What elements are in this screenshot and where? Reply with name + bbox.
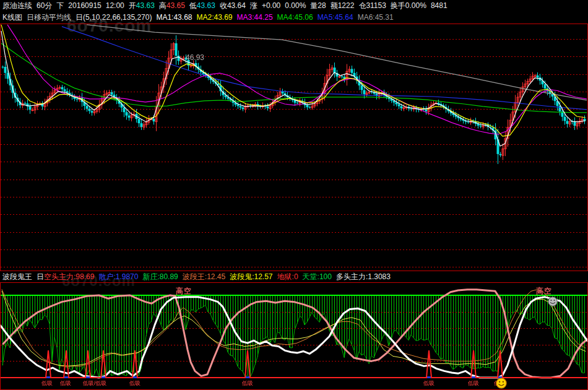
title-bar-seg-24: 8481	[431, 1, 447, 10]
title-bar-seg-22: 换手	[391, 1, 405, 10]
ma-legend-bar-seg-1: 日移动平均线	[27, 13, 71, 22]
main-chart-panel: 46.93	[0, 24, 588, 271]
indicator-chart-canvas[interactable]	[1, 283, 587, 389]
indicator-legend-bar-seg-4: 新庄:80.89	[142, 272, 178, 281]
yellow-smiley-icon	[496, 378, 507, 390]
indicator-legend-bar-seg-1: 日	[37, 272, 44, 281]
ma-legend-bar-seg-6: MA4:45.06	[277, 13, 313, 22]
title-bar-seg-20: 仓	[358, 1, 366, 10]
indicator-legend-bar-seg-6: 波段鬼:12.57	[230, 272, 272, 281]
title-bar-seg-17: 28	[318, 1, 326, 10]
ma-legend-bar-seg-3: MA1:43.68	[156, 13, 192, 22]
indicator-chart-panel: 高空高空低吸低吸低吸/低吸低吸低吸低吸低吸低吸	[0, 282, 588, 390]
title-bar-seg-9: 低	[189, 1, 197, 10]
indicator-legend-bar-seg-8: 天堂:100	[303, 272, 332, 281]
ma-legend-bar-seg-5: MA3:44.25	[237, 13, 273, 22]
indicator-legend-bar-seg-3: 散户:1.9870	[98, 272, 138, 281]
title-bar-seg-12: 43.64	[227, 1, 246, 10]
ma-legend-bar-seg-2: 日(5,10,22,66,135,270)	[76, 13, 152, 22]
kline-chart-canvas[interactable]	[1, 24, 587, 271]
gray-smiley-icon	[548, 297, 558, 309]
title-bar-seg-0: 原油连续	[2, 1, 32, 10]
title-bar-seg-15: 0.00%	[285, 1, 306, 10]
title-bar-seg-10: 43.63	[197, 1, 215, 10]
title-bar-seg-4: 12:00	[106, 1, 124, 10]
ma-legend-bar-seg-0: K线图	[2, 13, 22, 22]
title-bar-seg-1: 60分	[37, 1, 52, 10]
title-bar-seg-16: 量	[310, 1, 318, 10]
title-bar-seg-3: 20160915	[68, 1, 101, 10]
indicator-legend-bar-seg-5: 波段王:12.45	[183, 272, 225, 281]
title-bar-seg-11: 收	[220, 1, 227, 10]
indicator-legend-bar-seg-7: 地狱:0	[277, 272, 298, 281]
ma-legend-bar: K线图日移动平均线日(5,10,22,66,135,270)MA1:43.68M…	[0, 12, 588, 24]
title-bar: 原油连续60分下2016091512:00开43.63高43.65低43.63收…	[0, 0, 588, 12]
title-bar-seg-13: 涨	[250, 1, 257, 10]
title-bar-seg-23: 0.00%	[405, 1, 426, 10]
indicator-legend-bar-seg-2: 空头主力:98.69	[44, 272, 94, 281]
title-bar-seg-5: 开	[129, 1, 136, 10]
app-window: 6o70.com 6o70.com 原油连续60分下2016091512:00开…	[0, 0, 588, 390]
title-bar-seg-2: 下	[56, 1, 64, 10]
indicator-legend-bar: 波段鬼王日空头主力:98.69散户:1.9870新庄:80.89波段王:12.4…	[0, 271, 588, 282]
title-bar-seg-8: 43.65	[166, 1, 185, 10]
title-bar-seg-21: 31153	[366, 1, 386, 10]
ma-legend-bar-seg-7: MA5:45.64	[318, 13, 353, 22]
title-bar-seg-19: 1222	[338, 1, 355, 10]
indicator-legend-bar-seg-9: 多头主力:1.3083	[336, 272, 391, 281]
title-bar-seg-14: +0.00	[262, 1, 280, 10]
title-bar-seg-18: 额	[331, 1, 338, 10]
ma-legend-bar-seg-8: MA6:45.31	[358, 13, 394, 22]
ma-legend-bar-seg-4: MA2:43.69	[196, 13, 232, 22]
title-bar-seg-6: 43.63	[136, 1, 155, 10]
indicator-legend-bar-seg-0: 波段鬼王	[2, 272, 32, 281]
title-bar-seg-7: 高	[159, 1, 166, 10]
